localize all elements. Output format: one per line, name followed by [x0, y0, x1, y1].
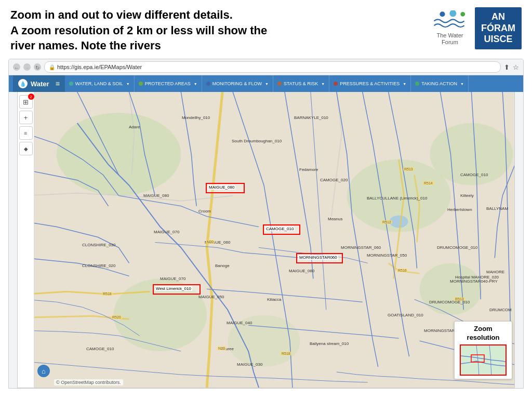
road-label: R512 [381, 220, 392, 224]
zoom-preview-svg [461, 345, 507, 376]
nav-chevron-2: ▼ [265, 82, 269, 86]
svg-point-6 [430, 123, 513, 185]
nav-label-0: WATER, LAND & SOIL [75, 81, 123, 86]
browser-refresh-button[interactable]: ↻ [34, 63, 41, 71]
map-svg [34, 92, 514, 388]
list-icon: ≡ [24, 130, 28, 136]
browser-forward-button[interactable]: → [23, 63, 31, 71]
red-highlight-box: CAMOGE_010 [263, 224, 300, 235]
water-brand-icon: 💧 [18, 79, 28, 88]
nav-dot-pressures [334, 82, 338, 86]
header: Zoom in and out to view different detail… [0, 0, 532, 59]
water-brand: 💧 Water ≡ [13, 75, 65, 92]
nav-label-5: TAKING ACTION [421, 81, 457, 86]
add-icon: + [24, 114, 28, 122]
layers-button[interactable]: ⊞ 2 [19, 95, 33, 109]
osm-attribution: © OpenStreetMap contributors. [54, 379, 123, 385]
svg-point-2 [460, 12, 465, 17]
star-icon[interactable]: ☆ [513, 63, 519, 71]
zoom-callout-label: Zoomresolution [460, 325, 507, 342]
an-foram-line3: UISCE [484, 34, 512, 44]
layers-icon: ⊞ [23, 98, 29, 106]
svg-point-9 [228, 315, 300, 367]
add-button[interactable]: + [19, 111, 33, 124]
browser-back-button[interactable]: ← [13, 63, 20, 71]
nav-chevron-1: ▼ [194, 82, 197, 86]
zoom-callout: Zoomresolution [454, 321, 512, 379]
red-box-label: MORNINGSTAR060 [298, 255, 338, 260]
list-button[interactable]: ≡ [19, 126, 33, 140]
road-label: R514 [423, 181, 434, 185]
browser-action-icons: ⬆ ☆ [504, 63, 519, 71]
nav-item-status-risk[interactable]: STATUS & RISK ▼ [273, 75, 329, 92]
an-foram-line2: FÓRAM [481, 23, 515, 33]
svg-point-10 [390, 216, 408, 228]
diamond-icon: ◆ [24, 146, 28, 152]
header-text: Zoom in and out to view different detail… [10, 7, 267, 54]
road-label: R518 [102, 292, 113, 296]
nav-items: WATER, LAND & SOIL ▼ PROTECTED AREAS ▼ M… [65, 75, 519, 92]
map-home-button[interactable]: ⌂ [37, 365, 50, 377]
water-forum-logo: The WaterForum [429, 10, 471, 46]
lock-icon: 🔒 [49, 64, 55, 70]
nav-item-pressures[interactable]: PRESSURES & ACTIVITIES ▼ [329, 75, 411, 92]
svg-point-7 [420, 263, 482, 315]
svg-point-1 [449, 10, 456, 17]
an-foram-line1: AN [491, 11, 505, 22]
nav-item-water-land-soil[interactable]: WATER, LAND & SOIL ▼ [65, 75, 135, 92]
nav-label-2: MONITORING & FLOW [212, 81, 262, 86]
nav-label-3: STATUS & RISK [284, 81, 318, 86]
water-brand-label: Water [31, 80, 49, 88]
map-area[interactable]: BARNAKYLE_010South Droumboughan_010Fedam… [34, 92, 514, 388]
nav-chevron-4: ▼ [403, 82, 406, 86]
road-label: R516 [397, 269, 408, 272]
map-zoom-controls: ⌂ [37, 365, 50, 377]
svg-point-0 [440, 11, 445, 17]
map-sidebar: ⊞ 2 + ≡ ◆ [18, 92, 34, 388]
nav-item-protected-areas[interactable]: PROTECTED AREAS ▼ [135, 75, 202, 92]
refresh-icon: ↻ [35, 65, 39, 71]
browser-chrome: ← → ↻ 🔒 https://gis.epa.ie/EPAMaps/Water… [8, 59, 524, 389]
nav-dot-monitoring [206, 82, 210, 86]
layers-badge: 2 [28, 94, 34, 100]
road-label: N20 [206, 240, 215, 244]
nav-label-4: PRESSURES & ACTIVITIES [340, 81, 400, 86]
title-line3: river names. Note the rivers [10, 39, 161, 52]
url-text: https://gis.epa.ie/EPAMaps/Water [57, 64, 142, 70]
red-highlight-box: West Limerick_010 [153, 284, 201, 295]
title-line2: A zoom resolution of 2 km or less will s… [10, 24, 267, 37]
svg-point-4 [57, 113, 181, 196]
browser-toolbar: ← → ↻ 🔒 https://gis.epa.ie/EPAMaps/Water… [9, 59, 523, 75]
hamburger-icon[interactable]: ≡ [56, 79, 60, 88]
title-line1: Zoom in and out to view different detail… [10, 8, 233, 21]
url-bar[interactable]: 🔒 https://gis.epa.ie/EPAMaps/Water [44, 61, 501, 73]
road-label: N20 [217, 347, 226, 350]
nav-item-monitoring[interactable]: MONITORING & FLOW ▼ [202, 75, 273, 92]
nav-chevron-3: ▼ [321, 82, 325, 86]
header-logos: The WaterForum AN FÓRAM UISCE [429, 7, 522, 49]
nav-dot-status [277, 82, 282, 86]
road-label: R518 [281, 352, 291, 355]
red-box-label: CAMOGE_010 [265, 227, 295, 231]
forward-icon: → [24, 65, 30, 71]
nav-dot-protected [139, 82, 143, 86]
an-foram-logo: AN FÓRAM UISCE [475, 7, 522, 49]
nav-dot-taking-action [415, 82, 419, 86]
share-icon[interactable]: ⬆ [504, 63, 510, 71]
layers2-button[interactable]: ◆ [19, 142, 33, 155]
red-box-label: MAIGUE_080 [208, 185, 235, 190]
nav-chevron-5: ▼ [460, 82, 464, 86]
water-navbar: 💧 Water ≡ WATER, LAND & SOIL ▼ PROTECTED… [9, 75, 523, 92]
water-forum-text: The WaterForum [437, 32, 463, 46]
red-box-label: West Limerick_010 [155, 286, 192, 291]
road-label: R520 [111, 315, 122, 319]
nav-label-1: PROTECTED AREAS [145, 81, 191, 86]
zoom-map-preview [460, 344, 507, 376]
road-label: R513 [454, 297, 465, 301]
map-wrapper[interactable]: ⊞ 2 + ≡ ◆ [17, 92, 515, 388]
water-forum-wave-svg [429, 10, 471, 31]
red-highlight-box: MORNINGSTAR060 [296, 253, 343, 263]
road-label: R513 [403, 167, 414, 171]
nav-item-taking-action[interactable]: TAKING ACTION ▼ [411, 75, 469, 92]
home-icon: ⌂ [42, 367, 46, 375]
